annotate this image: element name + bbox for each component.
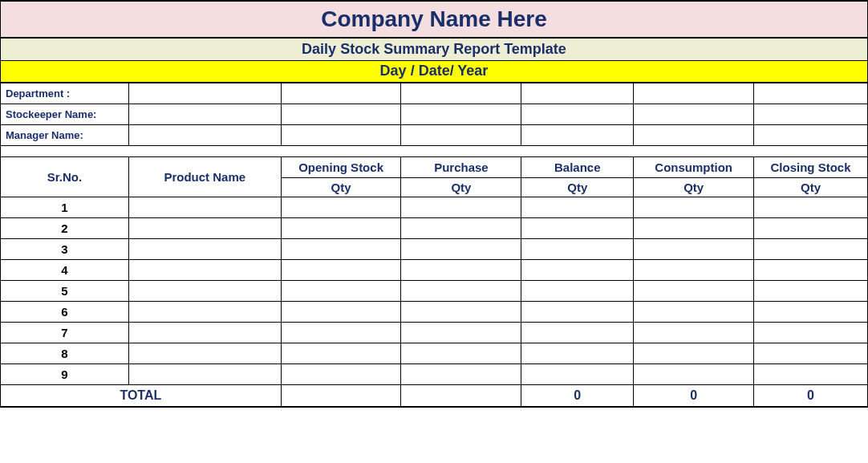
consumption-cell[interactable] xyxy=(634,301,754,322)
cell[interactable] xyxy=(521,104,634,124)
opening-cell[interactable] xyxy=(281,259,401,280)
cell[interactable] xyxy=(754,124,868,145)
closing-cell[interactable] xyxy=(754,259,868,280)
consumption-cell[interactable] xyxy=(634,322,754,343)
purchase-cell[interactable] xyxy=(401,259,521,280)
cell[interactable] xyxy=(401,83,521,104)
cell[interactable] xyxy=(754,145,868,156)
balance-cell[interactable] xyxy=(521,363,634,384)
cell[interactable] xyxy=(281,145,401,156)
consumption-cell[interactable] xyxy=(634,217,754,238)
opening-cell[interactable] xyxy=(281,343,401,363)
header-product: Product Name xyxy=(128,156,281,197)
cell[interactable] xyxy=(634,104,754,124)
product-cell[interactable] xyxy=(128,301,281,322)
opening-cell[interactable] xyxy=(281,301,401,322)
balance-cell[interactable] xyxy=(521,343,634,363)
balance-cell[interactable] xyxy=(521,280,634,301)
srno-cell[interactable]: 2 xyxy=(1,217,129,238)
consumption-cell[interactable] xyxy=(634,343,754,363)
total-consumption[interactable]: 0 xyxy=(634,384,754,407)
srno-cell[interactable]: 9 xyxy=(1,363,129,384)
opening-cell[interactable] xyxy=(281,280,401,301)
balance-cell[interactable] xyxy=(521,301,634,322)
cell[interactable] xyxy=(401,104,521,124)
product-cell[interactable] xyxy=(128,363,281,384)
manager-value[interactable] xyxy=(128,124,281,145)
closing-cell[interactable] xyxy=(754,363,868,384)
cell[interactable] xyxy=(281,124,401,145)
cell[interactable] xyxy=(281,104,401,124)
product-cell[interactable] xyxy=(128,197,281,217)
cell[interactable] xyxy=(1,145,129,156)
department-value[interactable] xyxy=(128,83,281,104)
closing-cell[interactable] xyxy=(754,322,868,343)
balance-cell[interactable] xyxy=(521,322,634,343)
consumption-cell[interactable] xyxy=(634,259,754,280)
product-cell[interactable] xyxy=(128,322,281,343)
company-title[interactable]: Company Name Here xyxy=(1,1,868,38)
cell[interactable] xyxy=(521,124,634,145)
balance-cell[interactable] xyxy=(521,259,634,280)
cell[interactable] xyxy=(401,145,521,156)
cell[interactable] xyxy=(521,145,634,156)
closing-cell[interactable] xyxy=(754,197,868,217)
srno-cell[interactable]: 1 xyxy=(1,197,129,217)
total-purchase[interactable] xyxy=(401,384,521,407)
cell[interactable] xyxy=(521,83,634,104)
srno-cell[interactable]: 3 xyxy=(1,238,129,259)
purchase-cell[interactable] xyxy=(401,343,521,363)
closing-cell[interactable] xyxy=(754,280,868,301)
opening-cell[interactable] xyxy=(281,322,401,343)
cell[interactable] xyxy=(634,83,754,104)
opening-cell[interactable] xyxy=(281,238,401,259)
closing-cell[interactable] xyxy=(754,301,868,322)
consumption-cell[interactable] xyxy=(634,197,754,217)
opening-cell[interactable] xyxy=(281,363,401,384)
product-cell[interactable] xyxy=(128,238,281,259)
consumption-cell[interactable] xyxy=(634,238,754,259)
header-closing: Closing Stock xyxy=(754,156,868,177)
total-balance[interactable]: 0 xyxy=(521,384,634,407)
total-closing[interactable]: 0 xyxy=(754,384,868,407)
table-row: 3 xyxy=(1,238,868,259)
purchase-cell[interactable] xyxy=(401,363,521,384)
balance-cell[interactable] xyxy=(521,238,634,259)
cell[interactable] xyxy=(281,83,401,104)
cell[interactable] xyxy=(128,145,281,156)
header-row-1: Sr.No. Product Name Opening Stock Purcha… xyxy=(1,156,868,177)
date-label[interactable]: Day / Date/ Year xyxy=(1,60,868,83)
purchase-cell[interactable] xyxy=(401,197,521,217)
product-cell[interactable] xyxy=(128,259,281,280)
product-cell[interactable] xyxy=(128,343,281,363)
header-srno: Sr.No. xyxy=(1,156,129,197)
product-cell[interactable] xyxy=(128,280,281,301)
srno-cell[interactable]: 6 xyxy=(1,301,129,322)
cell[interactable] xyxy=(634,145,754,156)
cell[interactable] xyxy=(401,124,521,145)
balance-cell[interactable] xyxy=(521,217,634,238)
closing-cell[interactable] xyxy=(754,238,868,259)
srno-cell[interactable]: 5 xyxy=(1,280,129,301)
consumption-cell[interactable] xyxy=(634,363,754,384)
purchase-cell[interactable] xyxy=(401,217,521,238)
purchase-cell[interactable] xyxy=(401,280,521,301)
consumption-cell[interactable] xyxy=(634,280,754,301)
purchase-cell[interactable] xyxy=(401,238,521,259)
purchase-cell[interactable] xyxy=(401,301,521,322)
cell[interactable] xyxy=(634,124,754,145)
stockkeeper-value[interactable] xyxy=(128,104,281,124)
balance-cell[interactable] xyxy=(521,197,634,217)
product-cell[interactable] xyxy=(128,217,281,238)
srno-cell[interactable]: 7 xyxy=(1,322,129,343)
srno-cell[interactable]: 8 xyxy=(1,343,129,363)
total-opening[interactable] xyxy=(281,384,401,407)
cell[interactable] xyxy=(754,104,868,124)
closing-cell[interactable] xyxy=(754,217,868,238)
closing-cell[interactable] xyxy=(754,343,868,363)
opening-cell[interactable] xyxy=(281,197,401,217)
cell[interactable] xyxy=(754,83,868,104)
opening-cell[interactable] xyxy=(281,217,401,238)
purchase-cell[interactable] xyxy=(401,322,521,343)
srno-cell[interactable]: 4 xyxy=(1,259,129,280)
